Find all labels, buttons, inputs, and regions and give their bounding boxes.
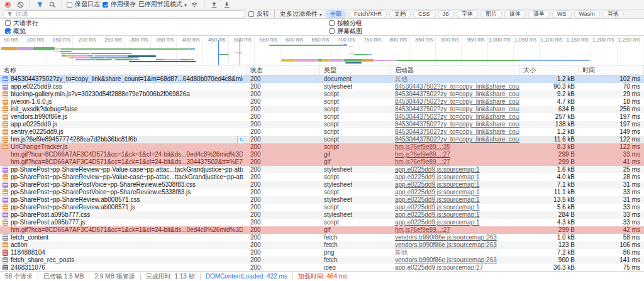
request-name-cell[interactable]: pp-SharePost.a095b777.css (0, 211, 247, 219)
request-name-cell[interactable]: fetch_share_rec_posts (0, 256, 247, 264)
request-row[interactable]: action200fetchvendors.b990f86e.js:source… (0, 241, 644, 249)
initiator-link[interactable]: vendors.b990f86e.js:sourcemap:263 (395, 241, 497, 248)
request-name-cell[interactable]: vendors.b990f86e.js (0, 113, 247, 121)
request-row[interactable]: pp-SharePost~pp-ShareReview~pp-Value-cas… (0, 166, 644, 174)
initiator-link[interactable]: 845304437502?zy_to=copy_link&share_count… (395, 113, 519, 120)
initiator-link[interactable]: 845304437502?zy_to=copy_link&share_count… (395, 136, 519, 143)
preserve-log-checkbox[interactable]: 保留日志 (67, 0, 100, 9)
request-name-cell[interactable]: 845304437502?zy_to=copy_link&share_count… (0, 75, 247, 83)
request-name-cell[interactable]: 1184888104 (0, 249, 247, 256)
request-name-cell[interactable]: hm.gif?hca=8CD66A7AF3C4D571&cc=1&ck=1&cl… (0, 226, 247, 234)
request-row[interactable]: hm.gif?hca=8CD66A7AF3C4D571&cc=1&ck=1&cl… (0, 151, 644, 158)
request-row[interactable]: 2468311076200jpegapp.e0225dd9.js:sourcem… (0, 264, 644, 270)
request-name-cell[interactable]: app.e0225dd9.css (0, 83, 247, 91)
request-name-cell[interactable]: pp-SharePost.a095b777.js (0, 219, 247, 226)
group-by-frame-checkbox[interactable]: 按帧分组 (329, 19, 362, 28)
clear-button[interactable] (15, 0, 25, 9)
request-row[interactable]: vendors.b990f86e.js200script845304437502… (0, 113, 644, 121)
initiator-link[interactable]: app.e0225dd9.js:sourcemap:1 (395, 219, 480, 226)
filter-toggle-button[interactable] (35, 0, 45, 9)
request-name-cell[interactable]: action (0, 241, 247, 249)
filter-chip-10[interactable]: Wasm (574, 10, 600, 18)
request-row[interactable]: app.e0225dd9.css200stylesheet84530443750… (0, 83, 644, 91)
filter-chip-8[interactable]: 清单 (528, 10, 550, 18)
request-row[interactable]: pp-SharePost~pp-SharePostVoice~pp-ShareR… (0, 189, 644, 196)
initiator-link[interactable]: app.e0225dd9.js:sourcemap:1 (395, 196, 480, 203)
invert-checkbox[interactable]: 反转 (248, 9, 269, 18)
filter-chip-0[interactable]: 全部 (325, 10, 347, 18)
request-row[interactable]: app.e0225dd9.js200script845304437502?zy_… (0, 121, 644, 128)
request-name-cell[interactable]: pp-SharePost~pp-SharePostVoice~pp-ShareR… (0, 181, 247, 189)
initiator-link[interactable]: 845304437502?zy_to=copy_link&share_count… (395, 98, 519, 105)
filter-chip-6[interactable]: 图片 (480, 10, 502, 18)
initiator-link[interactable]: 845304437502?zy_to=copy_link&share_count… (395, 106, 519, 113)
request-row[interactable]: fetch_content200fetchvendors.b990f86e.js… (0, 234, 644, 241)
big-request-rows-checkbox[interactable]: 大请求行 (5, 19, 38, 28)
initiator-link[interactable]: app.e0225dd9.js:sourcemap:1 (395, 189, 480, 196)
search-button[interactable] (47, 0, 57, 9)
column-header-status[interactable]: 状态 (247, 65, 320, 75)
request-row[interactable]: init_wxsdk?debug=false200script845304437… (0, 106, 644, 113)
request-name-cell[interactable]: hm.gif?hca=8CD66A7AF3C4D571&cc=1&ck=1&cl… (0, 158, 247, 166)
request-name-cell[interactable]: pp-SharePost~pp-ShareReview.ab008571.css (0, 196, 247, 204)
more-filters-dropdown[interactable]: 更多过滤条件 (280, 9, 322, 18)
column-header-time[interactable]: 时间 (579, 65, 644, 75)
initiator-link[interactable]: app.e0225dd9.js:sourcemap:1 (395, 204, 480, 211)
initiator-link[interactable]: 845304437502?zy_to=copy_link&share_count… (395, 128, 519, 135)
initiator-link[interactable]: app.e0225dd9.js:sourcemap:1 (395, 174, 480, 180)
request-row[interactable]: hm.gif?hca=8CD66A7AF3C4D571&cc=1&ck=1&cl… (0, 158, 644, 166)
initiator-link[interactable]: app.e0225dd9.js:sourcemap:1 (395, 211, 480, 218)
initiator-link[interactable]: hm.js?6ef9e89...:35 (395, 143, 450, 150)
request-row[interactable]: 845304437502?zy_to=copy_link&share_count… (0, 75, 644, 83)
request-row[interactable]: pp-SharePost.a095b777.js200scriptapp.e02… (0, 219, 644, 226)
initiator-link[interactable]: hm.js?6ef9e89...:27 (395, 226, 450, 233)
initiator-link[interactable]: vendors.b990f86e.js:sourcemap:263 (395, 256, 497, 263)
filter-input[interactable]: 过滤 (3, 10, 245, 18)
column-header-type[interactable]: 类型 (320, 65, 391, 75)
initiator-link[interactable]: hm.js?6ef9e89...:27 (395, 151, 450, 158)
filter-chip-7[interactable]: 媒体 (504, 10, 526, 18)
initiator-link[interactable]: app.e0225dd9.js:sourcemap:1 (395, 166, 480, 173)
column-header-name[interactable]: 名称 (0, 65, 247, 75)
request-name-cell[interactable]: blueimp-gallery.min.js?v=30230d54f2888e7… (0, 91, 247, 98)
request-name-cell[interactable]: hm.gif?hca=8CD66A7AF3C4D571&cc=1&ck=1&cl… (0, 151, 247, 158)
request-name-cell[interactable]: 2468311076 (0, 264, 247, 270)
filter-chip-4[interactable]: JS (438, 10, 455, 18)
throttling-select[interactable]: 已停用节流模式 (138, 0, 187, 9)
initiator-link[interactable]: app.e0225dd9.js:sourcemap:27 (395, 264, 483, 270)
request-row[interactable]: fetch_share_rec_posts200fetchvendors.b99… (0, 256, 644, 264)
initiator-link[interactable]: hm.js?6ef9e89...:27 (395, 158, 450, 165)
request-row[interactable]: sentry.e0225dd9.js200script845304437502?… (0, 128, 644, 136)
request-row[interactable]: pp-SharePost.a095b777.css200stylesheetap… (0, 211, 644, 219)
request-row[interactable]: pp-SharePost~pp-SharePostVoice~pp-ShareR… (0, 181, 644, 189)
request-row[interactable]: jweixin-1.6.0.js200script845304437502?zy… (0, 98, 644, 106)
request-name-cell[interactable]: pp-SharePost~pp-SharePostVoice~pp-ShareR… (0, 189, 247, 196)
request-name-cell[interactable]: jweixin-1.6.0.js (0, 98, 247, 106)
column-header-initiator[interactable]: 启动器 (391, 65, 519, 75)
initiator-link[interactable]: 845304437502?zy_to=copy_link&share_count… (395, 121, 519, 128)
request-name-cell[interactable]: pp-SharePost~pp-ShareReview~pp-Value-cas… (0, 174, 247, 181)
request-row[interactable]: UrlChangeTracker.js200scripthm.js?6ef9e8… (0, 143, 644, 151)
replay-icon[interactable] (237, 136, 245, 143)
request-row[interactable]: pp-SharePost~pp-ShareReview.ab008571.js2… (0, 204, 644, 211)
request-name-cell[interactable]: sentry.e0225dd9.js (0, 128, 247, 136)
initiator-link[interactable]: 845304437502?zy_to=copy_link&share_count… (395, 83, 519, 90)
initiator-link[interactable]: app.e0225dd9.js:sourcemap:1 (395, 181, 480, 188)
request-name-cell[interactable]: pp-SharePost~pp-ShareReview.ab008571.js (0, 204, 247, 211)
filter-chip-11[interactable]: 其他 (602, 10, 624, 18)
export-har-button[interactable] (221, 0, 231, 9)
record-button[interactable] (3, 0, 13, 9)
request-row[interactable]: 1184888104200png其他7.2 kB86 ms (0, 249, 644, 256)
request-row[interactable]: pp-SharePost~pp-ShareReview.ab008571.css… (0, 196, 644, 204)
screenshots-checkbox[interactable]: 屏幕截图 (329, 27, 362, 36)
request-row[interactable]: hm.js?6ef9e89457774288ca7d2bb36bc81f6b20… (0, 136, 644, 143)
filter-chip-3[interactable]: CSS (413, 10, 435, 18)
request-name-cell[interactable]: init_wxsdk?debug=false (0, 106, 247, 113)
filter-chip-9[interactable]: WS (552, 10, 572, 18)
request-row[interactable]: pp-SharePost~pp-ShareReview~pp-Value-cas… (0, 174, 644, 181)
initiator-link[interactable]: vendors.b990f86e.js:sourcemap:263 (395, 234, 497, 241)
disable-cache-checkbox[interactable]: 停用缓存 (103, 0, 136, 9)
request-name-cell[interactable]: hm.js?6ef9e89457774288ca7d2bb36bc81f6b (0, 136, 247, 143)
request-name-cell[interactable]: fetch_content (0, 234, 247, 241)
column-header-size[interactable]: 大小 (519, 65, 579, 75)
